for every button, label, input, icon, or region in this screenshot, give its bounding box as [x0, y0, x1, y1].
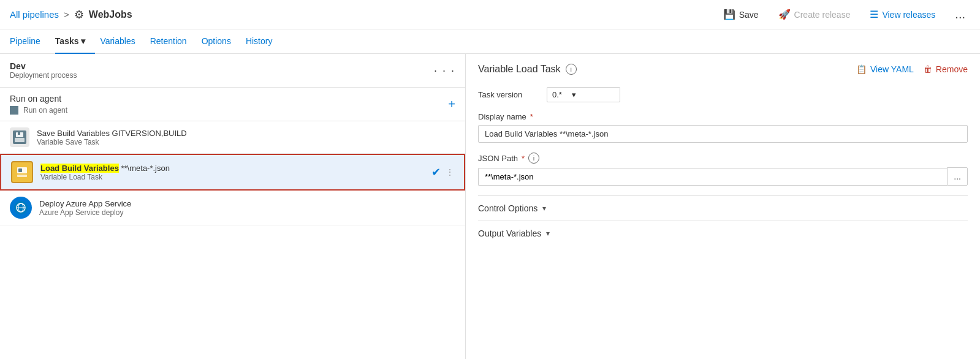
agent-label: Run on agent: [10, 94, 67, 104]
save-button[interactable]: 💾 Save: [718, 6, 764, 23]
svg-rect-3: [15, 138, 25, 142]
json-path-group: JSON Path * i ...: [478, 153, 968, 186]
save-icon: 💾: [723, 9, 735, 20]
tab-variables[interactable]: Variables: [100, 29, 145, 54]
task-drag-handle[interactable]: ⋮: [446, 167, 454, 177]
info-icon[interactable]: i: [566, 64, 577, 75]
output-variables-section: Output Variables ▾: [478, 221, 968, 246]
all-pipelines-breadcrumb[interactable]: All pipelines: [10, 9, 59, 20]
output-variables-header[interactable]: Output Variables ▾: [478, 229, 968, 238]
nav-tabs: Pipeline Tasks ▾ Variables Retention Opt…: [0, 29, 980, 54]
output-variables-chevron: ▾: [546, 229, 550, 238]
more-options-button[interactable]: ...: [950, 5, 970, 24]
save-label: Save: [739, 10, 759, 20]
agent-left: Run on agent Run on agent: [10, 94, 67, 115]
task-name-suffix: **\meta-*.json: [119, 164, 170, 173]
create-release-label: Create release: [794, 10, 851, 20]
create-release-icon: 🚀: [778, 9, 791, 20]
json-path-input[interactable]: [478, 168, 947, 186]
view-releases-button[interactable]: ☰ View releases: [865, 6, 940, 23]
header-actions: 💾 Save 🚀 Create release ☰ View releases …: [718, 5, 970, 24]
task-version-select[interactable]: 0.* ▾: [547, 87, 620, 102]
output-variables-label: Output Variables: [478, 229, 541, 238]
display-name-label: Display name *: [478, 112, 968, 121]
task-left-deploy: Deploy Azure App Service Azure App Servi…: [10, 197, 131, 219]
create-release-button[interactable]: 🚀 Create release: [773, 6, 856, 23]
display-name-required-marker: *: [530, 112, 533, 121]
task-info-save: Save Build Variables GITVERSION,BUILD Va…: [37, 129, 187, 146]
header-left: All pipelines > ⚙ WebJobs: [10, 8, 132, 21]
control-options-label: Control Options: [478, 203, 537, 213]
task-sub-deploy: Azure App Service deploy: [39, 208, 131, 217]
right-panel: Variable Load Task i 📋 View YAML 🗑 Remov…: [466, 54, 980, 359]
app-header: All pipelines > ⚙ WebJobs 💾 Save 🚀 Creat…: [0, 0, 980, 29]
task-name-load: Load Build Variables **\meta-*.json: [40, 164, 170, 173]
task-right-load: ✔ ⋮: [431, 165, 454, 179]
svg-rect-7: [17, 175, 27, 177]
view-releases-label: View releases: [882, 10, 935, 20]
task-sub-save: Variable Save Task: [37, 138, 187, 146]
task-item-deploy-azure[interactable]: Deploy Azure App Service Azure App Servi…: [0, 191, 465, 225]
tab-retention[interactable]: Retention: [150, 29, 197, 54]
view-yaml-icon: 📋: [856, 64, 867, 74]
pipeline-icon: ⚙: [74, 8, 84, 21]
task-version-label: Task version: [478, 90, 539, 99]
json-path-info-icon[interactable]: i: [528, 153, 539, 164]
agent-info: Run on agent Run on agent: [10, 94, 67, 115]
add-task-button[interactable]: +: [448, 97, 455, 111]
task-info-deploy: Deploy Azure App Service Azure App Servi…: [39, 199, 131, 217]
agent-header: Run on agent Run on agent +: [0, 88, 465, 121]
view-yaml-button[interactable]: 📋 View YAML: [856, 64, 914, 74]
svg-rect-2: [18, 132, 20, 135]
task-item-save-build-vars[interactable]: Save Build Variables GITVERSION,BUILD Va…: [0, 121, 465, 154]
task-icon-save: [10, 127, 29, 147]
json-path-browse-button[interactable]: ...: [947, 167, 968, 186]
task-name-highlight: Load Build Variables: [40, 164, 119, 173]
json-path-label: JSON Path * i: [478, 153, 968, 164]
task-left-load: Load Build Variables **\meta-*.json Vari…: [11, 161, 170, 183]
display-name-input[interactable]: [478, 125, 968, 143]
task-check-icon: ✔: [431, 165, 441, 179]
control-options-chevron: ▾: [542, 204, 546, 213]
view-releases-icon: ☰: [870, 9, 878, 20]
json-path-row: ...: [478, 167, 968, 186]
task-info-load: Load Build Variables **\meta-*.json Vari…: [40, 164, 170, 181]
task-icon-load: [11, 161, 33, 183]
remove-label: Remove: [936, 64, 968, 74]
left-panel: Dev Deployment process · · · Run on agen…: [0, 54, 466, 359]
agent-grid-icon: [10, 106, 18, 115]
right-panel-actions: 📋 View YAML 🗑 Remove: [856, 64, 968, 74]
task-version-value: 0.*: [552, 90, 562, 99]
tab-options[interactable]: Options: [202, 29, 241, 54]
control-options-header[interactable]: Control Options ▾: [478, 203, 968, 213]
task-icon-deploy: [10, 197, 32, 219]
remove-button[interactable]: 🗑 Remove: [924, 64, 968, 74]
deployment-title: Dev: [10, 61, 77, 71]
task-left: Save Build Variables GITVERSION,BUILD Va…: [10, 127, 187, 147]
breadcrumb-separator: >: [64, 9, 69, 20]
right-panel-title: Variable Load Task i: [478, 64, 577, 75]
deployment-header: Dev Deployment process · · ·: [0, 54, 465, 88]
json-path-required-marker: *: [522, 154, 525, 163]
right-panel-title-text: Variable Load Task: [478, 64, 561, 75]
deployment-more-button[interactable]: · · ·: [434, 64, 455, 77]
task-version-row: Task version 0.* ▾: [478, 87, 968, 102]
tab-tasks[interactable]: Tasks ▾: [55, 29, 96, 54]
tab-history[interactable]: History: [246, 29, 283, 54]
deployment-subtitle: Deployment process: [10, 71, 77, 80]
remove-icon: 🗑: [924, 64, 932, 74]
tab-pipeline[interactable]: Pipeline: [10, 29, 50, 54]
task-sub-load: Variable Load Task: [40, 173, 170, 181]
task-item-load-build-vars[interactable]: Load Build Variables **\meta-*.json Vari…: [0, 154, 465, 191]
main-layout: Dev Deployment process · · · Run on agen…: [0, 54, 980, 359]
pipeline-title: WebJobs: [89, 9, 132, 20]
display-name-group: Display name *: [478, 112, 968, 143]
agent-section: Run on agent Run on agent +: [0, 88, 465, 121]
deployment-info: Dev Deployment process: [10, 61, 77, 80]
svg-rect-6: [18, 168, 22, 172]
view-yaml-label: View YAML: [870, 64, 914, 74]
task-name-save: Save Build Variables GITVERSION,BUILD: [37, 129, 187, 138]
task-name-deploy: Deploy Azure App Service: [39, 199, 131, 208]
control-options-section: Control Options ▾: [478, 195, 968, 221]
agent-sublabel: Run on agent: [10, 106, 67, 115]
